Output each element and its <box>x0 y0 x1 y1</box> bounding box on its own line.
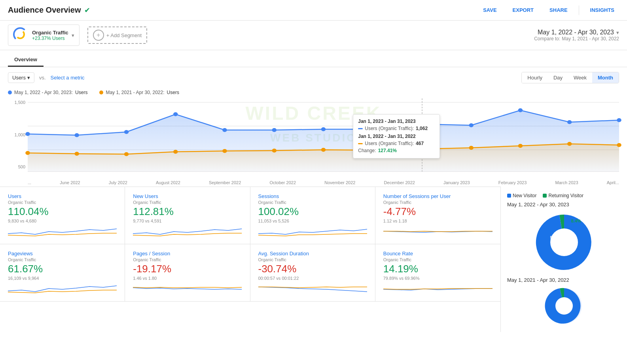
metric-spu-chart <box>383 226 493 238</box>
legend-entry-2: May 1, 2021 - Apr 30, 2022: Users <box>99 90 179 95</box>
blue-dot <box>469 123 474 127</box>
metric-new-users-label[interactable]: New Users <box>133 193 242 199</box>
date-range-box: May 1, 2022 - Apr 30, 2023 ▾ Compare to:… <box>534 29 619 41</box>
metric-new-users-sub: 9,770 vs 4,591 <box>133 219 242 223</box>
metric-new-users-value: 112.81% <box>133 206 242 218</box>
metric-pageviews-label[interactable]: Pageviews <box>8 251 117 256</box>
chart-legend: May 1, 2022 - Apr 30, 2023: Users May 1,… <box>0 88 627 98</box>
metric-sessions-segment: Organic Traffic <box>258 200 367 205</box>
legend-metric-2: Users <box>167 90 179 95</box>
metric-spu-segment: Organic Traffic <box>383 200 493 205</box>
metric-br-value: 14.19% <box>383 263 493 275</box>
metrics-row-2: Pageviews Organic Traffic 61.67% 16,109 … <box>0 244 500 302</box>
orange-dot <box>25 151 30 155</box>
legend-date-2: May 1, 2021 - Apr 30, 2022: <box>106 90 164 95</box>
pie-svg-1: 91.6% 8.4% <box>525 211 604 274</box>
metric-pageviews-segment: Organic Traffic <box>8 257 117 262</box>
x-label-3: August 2022 <box>156 180 180 185</box>
y-axis: 1,500 1,000 500 <box>8 98 28 171</box>
time-btn-month[interactable]: Month <box>592 72 619 83</box>
select-metric-link[interactable]: Select a metric <box>51 75 85 81</box>
x-label-5: October 2022 <box>269 180 296 185</box>
metric-new-users-segment: Organic Traffic <box>133 200 242 205</box>
blue-dot <box>321 127 326 131</box>
metric-asd-segment: Organic Traffic <box>258 257 367 262</box>
blue-dot <box>74 133 79 137</box>
x-label-0: ... <box>28 180 31 185</box>
orange-dot <box>321 148 326 152</box>
metric-bounce-rate: Bounce Rate Organic Traffic 14.19% 79.89… <box>375 244 500 302</box>
pie-legend-returning-label: Returning Visitor <box>548 193 583 198</box>
metric-sessions-label[interactable]: Sessions <box>258 193 367 199</box>
pie-legend: New Visitor Returning Visitor <box>507 193 621 198</box>
add-segment-button[interactable]: + + Add Segment <box>87 26 147 44</box>
tooltip-metric-2-label: Users (Organic Traffic): <box>365 141 414 146</box>
chart-svg <box>28 98 619 177</box>
orange-dot <box>567 142 572 146</box>
add-segment-icon: + <box>93 30 104 41</box>
metric-ps-value: -19.17% <box>133 263 242 275</box>
orange-dot <box>74 152 79 156</box>
blue-dot <box>617 118 621 122</box>
circle-inner <box>15 30 25 39</box>
tooltip-change-row: Change: 127.41% <box>358 148 435 153</box>
metric-sessions-chart <box>258 226 367 238</box>
orange-dot <box>222 149 227 153</box>
export-button[interactable]: EXPORT <box>508 5 538 15</box>
share-button[interactable]: SHARE <box>545 5 572 15</box>
legend-entry-1: May 1, 2022 - Apr 30, 2023: Users <box>8 90 87 95</box>
metric-users-chart <box>8 226 117 238</box>
tab-overview[interactable]: Overview <box>8 53 44 67</box>
orange-dot <box>469 146 474 150</box>
metric-spu-sub: 1.12 vs 1.18 <box>383 219 493 223</box>
save-button[interactable]: SAVE <box>478 5 501 15</box>
y-label-1000: 1,000 <box>8 132 28 137</box>
metric-spu-label[interactable]: Number of Sessions per User <box>383 193 493 199</box>
top-bar-right: SAVE EXPORT SHARE INSIGHTS <box>478 5 619 15</box>
metric-selector[interactable]: Users ▾ <box>8 72 34 83</box>
chart-svg-wrap: Jan 1, 2023 - Jan 31, 2023 Users (Organi… <box>28 98 619 179</box>
pie-chart-1: 91.6% 8.4% <box>507 211 621 274</box>
metric-asd-value: -30.74% <box>258 263 367 275</box>
metric-ps-label[interactable]: Pages / Session <box>133 251 242 256</box>
metric-asd-sub: 00:00:57 vs 00:01:22 <box>258 276 367 281</box>
pie-donut-hole-2 <box>555 297 573 315</box>
x-label-6: November 2022 <box>324 180 355 185</box>
legend-metric-1: Users <box>75 90 87 95</box>
metric-users-label[interactable]: Users <box>8 193 117 199</box>
blue-dot <box>272 128 277 132</box>
time-btn-hourly[interactable]: Hourly <box>522 72 548 83</box>
tab-bar: Overview <box>0 50 627 67</box>
segment-dropdown-icon[interactable]: ▾ <box>72 32 74 38</box>
pie-legend-returning: Returning Visitor <box>543 193 583 198</box>
blue-dot <box>567 120 572 124</box>
metric-sessions-sub: 11,053 vs 5,526 <box>258 219 367 223</box>
metric-sessions-per-user: Number of Sessions per User Organic Traf… <box>375 187 500 244</box>
time-btn-week[interactable]: Week <box>568 72 592 83</box>
segment-organic-traffic[interactable]: Organic Traffic +23.37% Users ▾ <box>8 25 80 46</box>
verified-icon: ✔ <box>84 6 90 15</box>
pie-label-new-pct: 91.6% <box>550 235 562 240</box>
tooltip-row-2: Users (Organic Traffic): 467 <box>358 141 435 146</box>
metric-users-segment: Organic Traffic <box>8 200 117 205</box>
tooltip-title-1: Jan 1, 2023 - Jan 31, 2023 <box>358 119 435 124</box>
orange-dot <box>173 150 178 154</box>
metric-pageviews: Pageviews Organic Traffic 61.67% 16,109 … <box>0 244 125 302</box>
blue-dot <box>222 128 227 132</box>
tooltip-metric-1-label: Users (Organic Traffic): <box>365 126 414 131</box>
date-dropdown-icon[interactable]: ▾ <box>616 30 619 36</box>
metric-users-value: 110.04% <box>8 206 117 218</box>
metric-pages-session: Pages / Session Organic Traffic -19.17% … <box>125 244 250 302</box>
metric-sessions: Sessions Organic Traffic 100.02% 11,053 … <box>250 187 375 244</box>
metric-asd-label[interactable]: Avg. Session Duration <box>258 251 367 256</box>
time-btn-day[interactable]: Day <box>548 72 568 83</box>
chart-tooltip: Jan 1, 2023 - Jan 31, 2023 Users (Organi… <box>353 114 440 158</box>
x-label-11: April... <box>607 180 619 185</box>
metric-br-label[interactable]: Bounce Rate <box>383 251 493 256</box>
legend-date-1: May 1, 2022 - Apr 30, 2023: <box>14 90 73 95</box>
tooltip-color-orange <box>358 143 363 144</box>
insights-button[interactable]: INSIGHTS <box>585 5 619 15</box>
pie-donut-hole-1 <box>550 228 578 256</box>
orange-dot <box>124 152 129 156</box>
x-label-2: July 2022 <box>109 180 127 185</box>
